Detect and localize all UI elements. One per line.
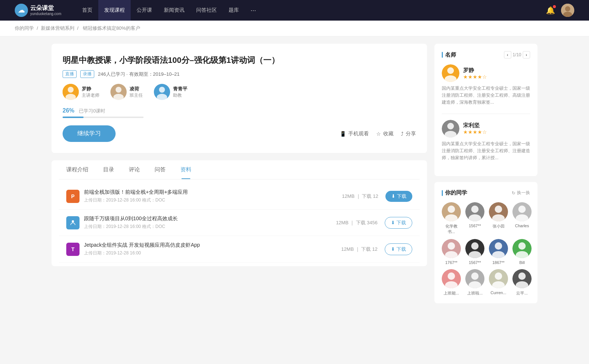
classmate-3-avatar[interactable] [489, 202, 508, 221]
svg-point-53 [518, 272, 526, 280]
tag-live: 直播 [63, 70, 77, 78]
progress-fill [63, 117, 84, 118]
nav-discover[interactable]: 发现课程 [98, 0, 131, 21]
classmate-6-avatar[interactable] [465, 239, 484, 258]
nav-home[interactable]: 首页 [76, 0, 98, 21]
nav-qa[interactable]: 问答社区 [190, 0, 223, 21]
course-meta: 直播 录播 246人已学习 · 有效期至：2019–10–21 [63, 70, 416, 78]
progress-percent: 26% [63, 107, 74, 114]
classmate-1-avatar[interactable] [442, 202, 461, 221]
tab-intro[interactable]: 课程介绍 [59, 160, 96, 179]
main-nav: 首页 发现课程 公开课 新闻资讯 问答社区 题库 ··· [76, 0, 546, 21]
tab-catalog[interactable]: 目录 [96, 160, 121, 179]
teachers-sidebar-title: 名师 [445, 51, 456, 58]
resource-info-3: Jetpack全组件实战 开发短视频应用高仿皮皮虾App 上传日期：2019-1… [84, 242, 341, 256]
course-meta-text: 246人已学习 · 有效期至：2019–10–21 [98, 71, 180, 78]
teacher-page: 1/10 [513, 52, 521, 57]
breadcrumb-link-1[interactable]: 你的同学 [15, 25, 34, 31]
svg-point-14 [447, 67, 454, 74]
svg-point-4 [68, 87, 74, 93]
teachers-list: 罗静 主讲老师 凌荷 班主任 [63, 84, 416, 100]
tabs: 课程介绍 目录 评论 问答 资料 [59, 160, 420, 179]
download-button-1[interactable]: ⬇ 下载 [385, 191, 412, 202]
svg-point-17 [447, 123, 454, 129]
classmate-12-avatar[interactable] [512, 269, 532, 288]
svg-point-20 [448, 206, 455, 213]
svg-point-7 [116, 87, 121, 93]
classmate-8: Bill [512, 239, 532, 265]
classmates-title: 你的同学 [445, 189, 467, 196]
continue-button[interactable]: 继续学习 [63, 125, 116, 142]
classmate-7-avatar[interactable] [489, 239, 508, 258]
download-button-2[interactable]: ⬇ 下载 [385, 217, 412, 229]
classmate-9: 上班能... [442, 269, 461, 296]
tab-comments[interactable]: 评论 [121, 160, 147, 179]
collect-button[interactable]: ☆ 收藏 [376, 131, 394, 137]
teacher-3-info: 青青平 助教 [173, 86, 187, 99]
teacher-1-role: 主讲老师 [82, 92, 99, 99]
content-left: 明星中教授课，小学阶段语法100分–强化级第1讲动词（一） 直播 录播 246人… [52, 44, 427, 309]
star-icon: ☆ [376, 131, 381, 137]
bell-icon[interactable]: 🔔 [546, 6, 555, 15]
logo[interactable]: ☁ 云朵课堂 yunduoketang.com [15, 4, 61, 17]
tab-qa[interactable]: 问答 [147, 160, 173, 179]
teacher-prev-button[interactable]: ‹ [504, 51, 511, 58]
main-container: 明星中教授课，小学阶段语法100分–强化级第1讲动词（一） 直播 录播 246人… [37, 44, 552, 309]
breadcrumb-current: 销冠修炼术搞定80%的客户 [83, 25, 140, 31]
action-row: 继续学习 📱 手机观看 ☆ 收藏 ⤴ 分享 [63, 125, 416, 142]
refresh-button[interactable]: ↻ 换一换 [512, 190, 530, 196]
resource-stats-3: 12MB ｜ 下载 12 [341, 246, 377, 253]
classmate-2-avatar[interactable] [465, 202, 484, 221]
classmate-11-avatar[interactable] [489, 269, 508, 288]
teacher-1-info: 罗静 主讲老师 [82, 86, 99, 99]
tab-resources[interactable]: 资料 [173, 160, 199, 179]
sidebar-teacher-2-details: 宋利坚 ★★★★☆ [463, 122, 487, 135]
teacher-1-name: 罗静 [82, 86, 99, 92]
nav-more[interactable]: ··· [245, 0, 262, 21]
sidebar-teacher-1-details: 罗静 ★★★★☆ [463, 67, 487, 80]
nav-open[interactable]: 公开课 [131, 0, 158, 21]
classmate-9-avatar[interactable] [442, 269, 461, 288]
classmate-4-avatar[interactable] [512, 202, 532, 221]
user-avatar[interactable] [561, 4, 574, 17]
breadcrumb-link-2[interactable]: 新媒体营销系列 [41, 25, 74, 31]
classmate-9-name: 上班能... [444, 290, 459, 296]
progress-bar [63, 117, 144, 118]
classmates-title-bar [442, 190, 443, 196]
teacher-2: 凌荷 班主任 [110, 84, 143, 100]
classmates-grid: 化学教书... 1567** 张小田 [442, 202, 530, 296]
resource-info-2: 跟随千万级项目从0到100全过程高效成长 上传日期：2019-12-28 16:… [84, 215, 336, 230]
share-button[interactable]: ⤴ 分享 [401, 131, 416, 137]
progress-label: 26% 已学习0课时 [63, 107, 416, 114]
svg-point-41 [518, 242, 526, 250]
progress-section: 26% 已学习0课时 [63, 107, 416, 118]
resource-item-2: 跟随千万级项目从0到100全过程高效成长 上传日期：2019-12-28 16:… [59, 210, 420, 236]
resource-item-1: P 前端全栈加强版！前端全栈+全周期+多端应用 上传日期：2019-12-28 … [59, 183, 420, 210]
notification-dot [553, 5, 556, 8]
classmate-5-avatar[interactable] [442, 239, 461, 258]
logo-text: 云朵课堂 yunduoketang.com [30, 4, 61, 16]
download-button-3[interactable]: ⬇ 下载 [385, 243, 412, 255]
mobile-icon: 📱 [340, 131, 346, 137]
classmate-2-name: 1567** [469, 224, 481, 228]
resource-title-3: Jetpack全组件实战 开发短视频应用高仿皮皮虾App [84, 242, 341, 249]
resource-list: P 前端全栈加强版！前端全栈+全周期+多端应用 上传日期：2019-12-28 … [59, 179, 420, 266]
sidebar-teacher-2-stars: ★★★★☆ [463, 129, 487, 135]
resource-meta-1: 上传日期：2019-12-28 16:00 格式：DOC [84, 197, 342, 203]
classmate-3-name: 张小田 [493, 224, 505, 229]
resource-icon-2 [66, 216, 80, 229]
nav-news[interactable]: 新闻资讯 [158, 0, 190, 21]
classmate-8-avatar[interactable] [512, 239, 532, 258]
studied-label: 已学习0课时 [79, 108, 105, 114]
mobile-watch-button[interactable]: 📱 手机观看 [340, 131, 369, 137]
teacher-next-button[interactable]: › [523, 51, 530, 58]
svg-point-35 [471, 242, 479, 250]
header-right: 🔔 [546, 4, 574, 17]
classmate-10-avatar[interactable] [465, 269, 484, 288]
course-card: 明星中教授课，小学阶段语法100分–强化级第1讲动词（一） 直播 录播 246人… [52, 44, 427, 153]
nav-questions[interactable]: 题库 [223, 0, 245, 21]
teacher-2-role: 班主任 [130, 92, 143, 99]
sidebar-teacher-1-avatar [442, 64, 459, 82]
tabs-section: 课程介绍 目录 评论 问答 资料 P 前端全栈加强版！前端全栈+全周期+多端应用… [52, 160, 427, 266]
classmate-6: 1567** [465, 239, 484, 265]
